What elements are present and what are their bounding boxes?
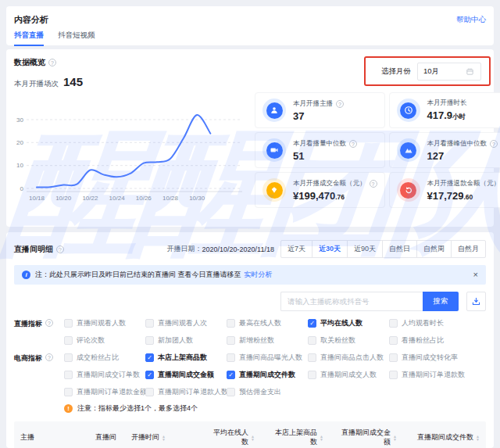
- stat-card: 本月开播主播?37: [255, 92, 385, 128]
- metric-checkbox-item[interactable]: ✓预估佣金支出: [227, 387, 308, 397]
- checkbox-icon[interactable]: ✓: [64, 319, 73, 328]
- month-input[interactable]: [423, 67, 466, 76]
- column-header-label: 开播时间: [131, 433, 159, 443]
- stat-icon-halo: [262, 178, 286, 202]
- sessions-line-chart: 010203010/1810/2010/2210/2410/2610/2810/…: [14, 91, 248, 208]
- metric-checkbox-item[interactable]: ✓看播粉丝占比: [389, 335, 470, 346]
- metric-checkbox-item[interactable]: ✓本店上架商品数: [145, 353, 227, 363]
- realtime-analysis-link[interactable]: 实时分析: [245, 270, 273, 280]
- column-header[interactable]: 本店上架商品数▲▼: [255, 428, 323, 446]
- date-range-option[interactable]: 近90天: [347, 240, 383, 258]
- sort-icon[interactable]: ▲▼: [476, 435, 480, 441]
- checkbox-icon[interactable]: ✓: [227, 353, 235, 362]
- column-header: 直播间: [95, 433, 131, 443]
- metric-checkbox-item[interactable]: ✓直播间商品曝光人数: [227, 353, 308, 363]
- help-icon[interactable]: ?: [45, 319, 53, 327]
- checkbox-icon[interactable]: ✓: [227, 388, 235, 396]
- sort-icon[interactable]: ▲▼: [162, 435, 166, 441]
- metric-checkbox-item[interactable]: ✓直播间观看人数: [64, 318, 145, 328]
- metric-checkbox-item[interactable]: ✓平均在线人数: [308, 318, 389, 328]
- date-range-option[interactable]: 自然月: [451, 240, 486, 258]
- stat-card-label: 本月开播时长: [427, 99, 467, 108]
- checkbox-icon[interactable]: ✓: [145, 319, 154, 328]
- metric-item-label: 成交粉丝占比: [77, 353, 119, 363]
- month-input-wrap[interactable]: [417, 63, 481, 81]
- checkbox-icon[interactable]: ✓: [145, 371, 154, 379]
- calendar-icon: [466, 67, 474, 76]
- checkbox-icon[interactable]: ✓: [308, 319, 316, 328]
- checkbox-icon[interactable]: ✓: [389, 353, 398, 362]
- checkbox-icon[interactable]: ✓: [227, 319, 235, 328]
- column-header[interactable]: 平均在线人数▲▼: [188, 428, 255, 446]
- help-icon[interactable]: ?: [490, 140, 498, 148]
- checkbox-icon[interactable]: ✓: [308, 336, 316, 345]
- stat-card-value-sub: .76: [335, 193, 345, 201]
- checkbox-icon[interactable]: ✓: [64, 353, 73, 362]
- checkbox-icon[interactable]: ✓: [227, 371, 235, 379]
- search-button[interactable]: 搜索: [423, 292, 459, 311]
- close-icon[interactable]: ×: [473, 271, 478, 279]
- stat-card-label-text: 本月开播退款金额（元）: [427, 179, 500, 188]
- checkbox-icon[interactable]: ✓: [227, 336, 235, 345]
- stat-card-label-text: 本月看播峰值中位数: [427, 139, 488, 149]
- help-icon[interactable]: ?: [349, 140, 357, 148]
- stat-card: 本月开播成交金额（元）?¥199,470.76: [255, 172, 385, 208]
- stat-card-value: ¥17,729.60: [427, 190, 500, 202]
- help-center-link[interactable]: 帮助中心: [456, 15, 486, 25]
- metric-checkbox-item[interactable]: ✓直播间成交转化率: [389, 353, 470, 363]
- metric-item-label: 本店上架商品数: [158, 353, 207, 363]
- column-header[interactable]: 直播期间成交金额▲▼: [323, 428, 397, 446]
- metric-checkbox-item[interactable]: ✓新加团人数: [145, 335, 227, 346]
- metric-checkbox-item[interactable]: ✓直播期间成交订单数: [64, 370, 145, 380]
- checkbox-icon[interactable]: ✓: [145, 336, 154, 345]
- svg-text:10/20: 10/20: [55, 195, 72, 202]
- column-header[interactable]: 直播期间成交件数▲▼: [397, 433, 480, 443]
- metric-checkbox-item[interactable]: ✓直播期间成交金额: [145, 370, 227, 380]
- metric-checkbox-item[interactable]: ✓直播期间订单退款人数: [145, 387, 227, 397]
- checkbox-icon[interactable]: ✓: [145, 353, 154, 362]
- stat-card-value-sub: .60: [464, 193, 473, 201]
- date-range-option[interactable]: 近30天: [312, 240, 348, 258]
- column-header: 主播: [20, 433, 95, 443]
- date-range-option[interactable]: 自然周: [416, 240, 452, 258]
- metric-item-label: 直播期间订单退款金额: [77, 387, 147, 397]
- metric-checkbox-item[interactable]: ✓取关粉丝数: [308, 335, 389, 346]
- metric-checkbox-item[interactable]: ✓直播期间成交件数: [227, 370, 308, 380]
- help-icon[interactable]: ?: [56, 246, 64, 253]
- checkbox-icon[interactable]: ✓: [308, 371, 316, 379]
- date-range-option[interactable]: 近7天: [280, 240, 312, 258]
- metric-checkbox-item[interactable]: ✓直播期间成交人数: [308, 370, 389, 380]
- help-icon[interactable]: ?: [45, 353, 53, 361]
- stat-card: 本月看播峰值中位数?127: [389, 132, 500, 168]
- column-header-label: 直播间: [95, 433, 116, 443]
- checkbox-icon[interactable]: ✓: [389, 371, 398, 379]
- metric-checkbox-item[interactable]: ✓直播间商品点击人数: [308, 353, 389, 363]
- search-input[interactable]: [280, 292, 423, 311]
- date-range-option[interactable]: 自然日: [382, 240, 417, 258]
- tab-douyin-short-video[interactable]: 抖音短视频: [58, 30, 95, 46]
- help-icon[interactable]: ?: [370, 180, 377, 188]
- metric-checkbox-item[interactable]: ✓评论次数: [64, 335, 145, 346]
- column-header[interactable]: 开播时间▲▼: [131, 433, 188, 443]
- metric-checkbox-item[interactable]: ✓直播间观看人次: [145, 318, 227, 328]
- checkbox-icon[interactable]: ✓: [64, 388, 73, 396]
- metric-checkbox-item[interactable]: ✓直播期间订单退款数: [389, 370, 470, 380]
- help-icon[interactable]: ?: [336, 100, 344, 108]
- metric-checkbox-item[interactable]: ✓成交粉丝占比: [64, 353, 145, 363]
- checkbox-icon[interactable]: ✓: [145, 388, 154, 396]
- coin-icon: [266, 182, 283, 199]
- metric-checkbox-item[interactable]: ✓最高在线人数: [227, 318, 308, 328]
- help-icon[interactable]: ?: [48, 59, 56, 66]
- checkbox-icon[interactable]: ✓: [389, 319, 398, 328]
- download-button[interactable]: [466, 292, 486, 311]
- checkbox-icon[interactable]: ✓: [64, 371, 73, 379]
- checkbox-icon[interactable]: ✓: [389, 336, 398, 345]
- metric-checkbox-item[interactable]: ✓新增粉丝数: [227, 335, 308, 346]
- checkbox-icon[interactable]: ✓: [308, 353, 316, 362]
- stat-card-label: 本月开播退款金额（元）?: [427, 179, 500, 188]
- checkbox-icon[interactable]: ✓: [64, 336, 73, 345]
- tab-douyin-live[interactable]: 抖音直播: [14, 30, 44, 46]
- metric-checkbox-item[interactable]: ✓人均观看时长: [389, 318, 470, 328]
- column-header-label: 主播: [20, 433, 34, 443]
- metric-checkbox-item[interactable]: ✓直播期间订单退款金额: [64, 387, 145, 397]
